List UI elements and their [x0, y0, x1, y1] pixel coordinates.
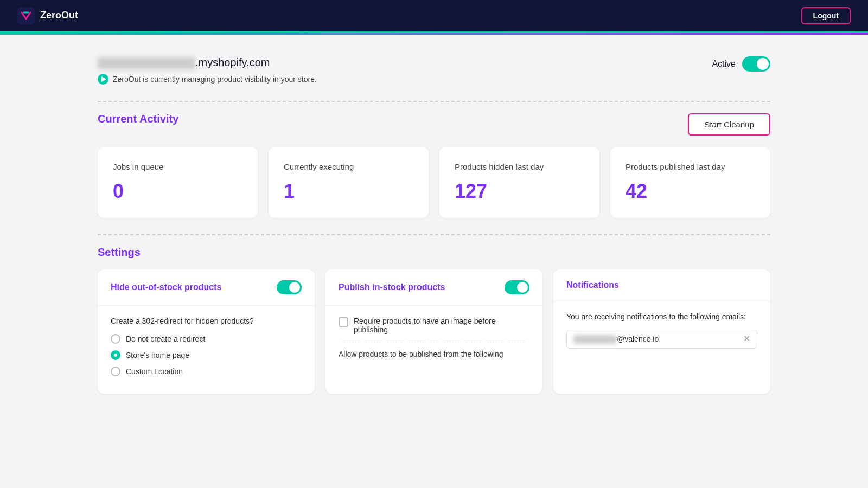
logo-icon: [17, 7, 35, 24]
active-toggle[interactable]: [742, 56, 770, 72]
app-header: ZeroOut Logout: [0, 0, 868, 33]
stat-label-3: Products published last day: [626, 162, 755, 171]
radio-home-page-circle[interactable]: [111, 350, 120, 360]
stat-label-2: Products hidden last day: [455, 162, 584, 171]
store-url-suffix: .myshopify.com: [195, 56, 270, 68]
email-blurred: [573, 335, 617, 344]
stat-value-3: 42: [626, 180, 755, 203]
radio-home-page-label: Store's home page: [126, 351, 189, 359]
stat-card-jobs: Jobs in queue 0: [98, 147, 258, 218]
settings-card-notifications-body: You are receiving notifications to the f…: [553, 301, 770, 359]
settings-card-publish: Publish in-stock products Require produc…: [326, 269, 542, 394]
radio-no-redirect-circle[interactable]: [111, 334, 120, 344]
settings-card-hide-title: Hide out-of-stock products: [111, 282, 221, 292]
hide-products-toggle[interactable]: [277, 280, 302, 294]
remove-email-button[interactable]: ✕: [743, 335, 750, 343]
email-chip: @valence.io ✕: [566, 330, 757, 349]
email-address: @valence.io: [573, 335, 659, 344]
stat-label-0: Jobs in queue: [113, 162, 242, 171]
store-url: .myshopify.com: [98, 56, 317, 69]
stat-value-0: 0: [113, 180, 242, 203]
stat-label-1: Currently executing: [284, 162, 413, 171]
radio-home-page[interactable]: Store's home page: [111, 350, 302, 360]
redirect-label: Create a 302-redirect for hidden product…: [111, 317, 302, 325]
stat-card-hidden: Products hidden last day 127: [439, 147, 599, 218]
stat-card-published: Products published last day 42: [610, 147, 770, 218]
stats-grid: Jobs in queue 0 Currently executing 1 Pr…: [98, 147, 770, 218]
publish-products-toggle[interactable]: [505, 280, 529, 294]
store-info: .myshopify.com ZeroOut is currently mana…: [98, 56, 317, 85]
settings-card-publish-title: Publish in-stock products: [339, 282, 445, 292]
settings-card-notifications-title: Notifications: [566, 280, 619, 290]
settings-card-hide-body: Create a 302-redirect for hidden product…: [98, 306, 315, 394]
stat-card-executing: Currently executing 1: [269, 147, 429, 218]
main-content: .myshopify.com ZeroOut is currently mana…: [54, 35, 814, 415]
active-label: Active: [712, 59, 736, 69]
current-activity-section: Current Activity Start Cleanup Jobs in q…: [98, 113, 770, 218]
require-image-label: Require products to have an image before…: [354, 317, 529, 334]
radio-no-redirect-label: Do not create a redirect: [126, 335, 205, 343]
settings-card-publish-body: Require products to have an image before…: [326, 306, 542, 369]
settings-card-publish-header: Publish in-stock products: [326, 269, 542, 306]
publish-sub-divider: [339, 342, 529, 342]
logout-button[interactable]: Logout: [801, 7, 851, 24]
stat-value-1: 1: [284, 180, 413, 203]
current-activity-header: Current Activity Start Cleanup: [98, 113, 770, 136]
managing-text: ZeroOut is currently managing product vi…: [98, 74, 317, 85]
settings-card-hide: Hide out-of-stock products Create a 302-…: [98, 269, 315, 394]
settings-title: Settings: [98, 246, 770, 259]
notifications-text: You are receiving notifications to the f…: [566, 312, 757, 321]
radio-custom-location-circle[interactable]: [111, 367, 120, 376]
divider-1: [98, 101, 770, 102]
radio-no-redirect[interactable]: Do not create a redirect: [111, 334, 302, 344]
allow-text: Allow products to be published from the …: [339, 350, 529, 358]
store-url-blurred: [98, 57, 195, 69]
current-activity-title: Current Activity: [98, 113, 178, 125]
store-section: .myshopify.com ZeroOut is currently mana…: [98, 56, 770, 85]
logo-text: ZeroOut: [40, 10, 78, 21]
require-image-option[interactable]: Require products to have an image before…: [339, 317, 529, 334]
settings-section: Settings Hide out-of-stock products Crea…: [98, 246, 770, 394]
start-cleanup-button[interactable]: Start Cleanup: [688, 113, 770, 136]
logo: ZeroOut: [17, 7, 78, 24]
play-icon: [98, 74, 108, 85]
radio-custom-location[interactable]: Custom Location: [111, 367, 302, 376]
settings-card-notifications: Notifications You are receiving notifica…: [553, 269, 770, 394]
settings-card-hide-header: Hide out-of-stock products: [98, 269, 315, 306]
settings-grid: Hide out-of-stock products Create a 302-…: [98, 269, 770, 394]
divider-2: [98, 234, 770, 235]
require-image-checkbox[interactable]: [339, 317, 348, 327]
settings-card-notifications-header: Notifications: [553, 269, 770, 301]
active-area: Active: [712, 56, 770, 72]
svg-rect-0: [17, 7, 35, 24]
radio-custom-location-label: Custom Location: [126, 367, 183, 376]
email-suffix: @valence.io: [617, 335, 659, 343]
stat-value-2: 127: [455, 180, 584, 203]
managing-label: ZeroOut is currently managing product vi…: [113, 75, 317, 84]
